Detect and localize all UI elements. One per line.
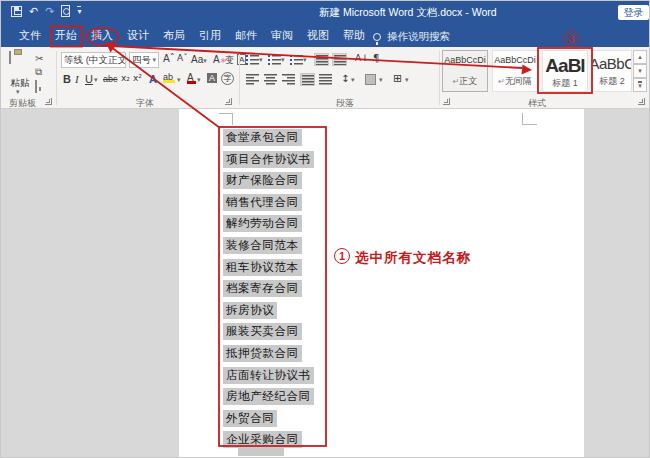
text-effects-icon[interactable]: A (149, 73, 157, 85)
change-case-icon[interactable]: Aa▾ (191, 54, 207, 65)
list-item[interactable]: 装修合同范本 (223, 237, 314, 259)
superscript-icon[interactable]: x² (133, 74, 142, 83)
undo-icon[interactable]: ↶ (29, 6, 38, 17)
font-dialog-launcher-icon[interactable] (225, 98, 232, 105)
tell-me-label: 操作说明搜索 (387, 30, 450, 44)
grow-font-icon[interactable]: Aˆ (163, 54, 175, 64)
list-item[interactable]: 房地产经纪合同 (223, 388, 314, 410)
list-item[interactable]: 拆房协议 (223, 302, 314, 324)
style-normal[interactable]: AaBbCcDi ↵正文 (442, 50, 488, 92)
styles-more-icon[interactable]: ▾ (633, 78, 647, 92)
list-item[interactable]: 销售代理合同 (223, 194, 314, 216)
sort-icon[interactable]: A↓ (355, 54, 369, 63)
multilevel-list-icon[interactable] (290, 54, 303, 65)
paragraph-dialog-launcher-icon[interactable] (443, 98, 450, 105)
underline-dropdown-icon[interactable]: ▾ (94, 77, 98, 84)
align-center-icon[interactable] (264, 74, 277, 85)
margin-crop-mark (219, 113, 233, 114)
chevron-down-icon: ▾ (152, 57, 156, 64)
selected-text: 装修合同范本 (223, 237, 302, 254)
save-icon[interactable] (11, 6, 22, 17)
strikethrough-icon[interactable]: abc (103, 74, 118, 84)
styles-scroll-down-icon[interactable]: ▾ (633, 64, 647, 78)
numbered-list-icon[interactable] (268, 54, 281, 65)
sign-in-button[interactable]: 登录 (618, 5, 649, 20)
copy-icon[interactable]: ⧉ (35, 67, 42, 77)
font-name-combo[interactable]: 等线 (中文正文 ▾ (61, 52, 126, 68)
return-mark-icon: ↵ (498, 78, 505, 86)
phonetic-guide-icon[interactable]: 变 (225, 54, 234, 67)
borders-icon[interactable]: ⊞ (393, 73, 402, 84)
numbered-list-dropdown-icon[interactable]: ▾ (281, 57, 285, 64)
style-sample: AaBbCcDi (444, 55, 486, 65)
decrease-indent-icon[interactable] (314, 53, 329, 66)
align-left-icon[interactable] (246, 74, 259, 85)
line-spacing-icon[interactable]: ↕ (341, 74, 349, 84)
bullet-list-icon[interactable] (246, 54, 259, 65)
shading-icon[interactable] (365, 74, 376, 85)
bullet-list-dropdown-icon[interactable]: ▾ (259, 57, 263, 64)
styles-dialog-launcher-icon[interactable] (638, 98, 645, 105)
list-item[interactable]: 档案寄存合同 (223, 280, 314, 302)
menu-tab[interactable]: 引用 (199, 28, 221, 43)
menu-tab[interactable]: 设计 (127, 28, 149, 43)
list-item[interactable]: 解约劳动合同 (223, 215, 314, 237)
distribute-icon[interactable] (319, 74, 332, 85)
font-size-combo[interactable]: 四号 ▾ (129, 52, 159, 68)
paste-dropdown-icon[interactable]: ▾ (16, 89, 20, 96)
menu-tab[interactable]: 审阅 (271, 28, 293, 43)
redo-icon[interactable]: ↷ (45, 6, 54, 17)
list-item[interactable]: 外贸合同 (223, 410, 314, 432)
shrink-font-icon[interactable]: Aˇ (177, 54, 188, 63)
underline-icon[interactable]: U (85, 73, 93, 85)
format-painter-icon[interactable] (35, 81, 37, 92)
style-heading-2[interactable]: AaBbC 标题 2 (592, 50, 632, 92)
list-item[interactable]: 项目合作协议书 (223, 151, 314, 173)
style-heading-1[interactable]: AaBl 标题 1 (542, 50, 588, 92)
menu-tab[interactable]: 插入 (91, 28, 113, 43)
font-color-icon[interactable]: A (187, 72, 194, 83)
line-spacing-dropdown-icon[interactable]: ▾ (351, 77, 355, 84)
list-item[interactable]: 食堂承包合同 (223, 129, 314, 151)
character-shading-icon[interactable]: A (207, 73, 217, 83)
list-item[interactable]: 抵押贷款合同 (223, 345, 314, 367)
increase-indent-icon[interactable] (332, 53, 347, 66)
selected-text: 服装买卖合同 (223, 323, 302, 340)
highlight-dropdown-icon[interactable]: ▾ (177, 77, 181, 84)
font-color-dropdown-icon[interactable]: ▾ (197, 77, 201, 84)
list-item[interactable]: 店面转让协议书 (223, 367, 314, 389)
enclose-characters-icon[interactable]: 字 (221, 72, 234, 85)
paste-button[interactable] (9, 52, 11, 63)
italic-icon[interactable]: I (75, 73, 79, 85)
menu-tab[interactable]: 视图 (307, 28, 329, 43)
bold-icon[interactable]: B (63, 73, 71, 85)
justify-icon[interactable] (300, 73, 315, 86)
list-item[interactable]: 租车协议范本 (223, 259, 314, 281)
menu-tab[interactable]: 邮件 (235, 28, 257, 43)
multilevel-list-dropdown-icon[interactable]: ▾ (303, 57, 307, 64)
selected-text: 销售代理合同 (223, 194, 302, 211)
highlight-color-icon[interactable]: ab (163, 72, 173, 82)
subscript-icon[interactable]: x₂ (121, 74, 130, 83)
paste-label[interactable]: 粘贴 (7, 77, 33, 90)
menu-tab[interactable]: 帮助 (343, 28, 365, 43)
paragraph-marks-icon[interactable]: ¶ (373, 54, 379, 64)
cut-icon[interactable]: ✂ (35, 54, 43, 64)
tell-me-box[interactable]: 操作说明搜索 (373, 30, 450, 44)
menu-tab[interactable]: 布局 (163, 28, 185, 43)
menu-tab[interactable]: 开始 (55, 28, 77, 43)
borders-dropdown-icon[interactable]: ▾ (405, 77, 409, 84)
list-item[interactable]: 服装买卖合同 (223, 323, 314, 345)
window-title: 新建 Microsoft Word 文档.docx - Word (319, 6, 497, 20)
list-item[interactable]: 财产保险合同 (223, 172, 314, 194)
align-right-icon[interactable] (282, 74, 295, 85)
menu-tab[interactable]: 文件 (19, 28, 41, 43)
print-preview-icon[interactable] (61, 5, 70, 17)
shading-dropdown-icon[interactable]: ▾ (379, 77, 383, 84)
document-page[interactable]: 食堂承包合同 项目合作协议书 财产保险合同 销售代理合同 解约劳动合同 装修合同… (179, 109, 584, 458)
font-size-value: 四号 (132, 54, 151, 67)
styles-scroll-up-icon[interactable]: ▴ (633, 50, 647, 64)
customize-quick-access-icon[interactable]: ▾ (77, 6, 81, 16)
clipboard-dialog-launcher-icon[interactable] (45, 98, 52, 105)
style-no-spacing[interactable]: AaBbCcDi ↵无间隔 (492, 50, 538, 92)
